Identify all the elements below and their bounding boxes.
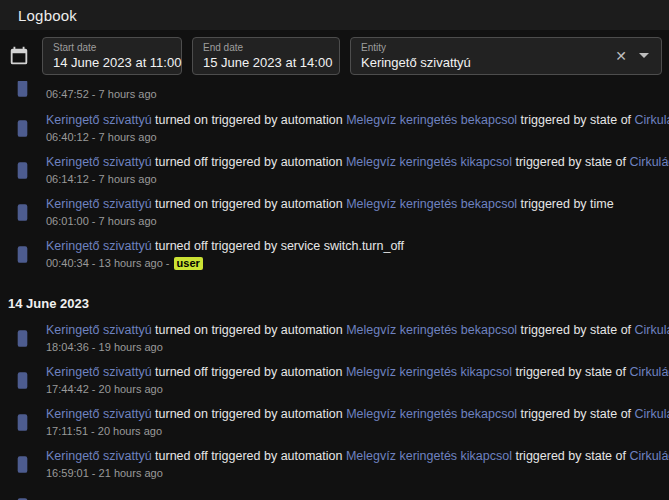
timestamp-text: 06:14:12 - 7 hours ago [46, 173, 157, 185]
entity-link[interactable]: Melegvíz keringetés kikapcsol [346, 449, 512, 463]
timestamp-text: 06:01:00 - 7 hours ago [46, 215, 157, 227]
log-message: Keringető szivattyú turned off triggered… [46, 449, 661, 464]
start-date-field[interactable]: Start date 14 June 2023 at 11:00 [42, 37, 182, 75]
entity-link[interactable]: Cirkulációs hőmérséklet igény [629, 365, 669, 379]
entity-link[interactable]: Keringető szivattyú [46, 155, 152, 169]
entity-link[interactable]: Keringető szivattyú [46, 197, 152, 211]
user-badge: user [174, 257, 203, 270]
message-text: triggered by state of [512, 449, 629, 463]
pump-device-icon [10, 117, 34, 139]
pump-device-icon [10, 243, 34, 265]
pump-device-icon [10, 495, 34, 500]
timestamp-text: 17:11:51 - 20 hours ago [46, 425, 162, 437]
message-text: triggered by state of [512, 155, 629, 169]
entity-link[interactable]: Melegvíz keringetés bekapcsol [346, 113, 517, 127]
message-text: turned on triggered by automation [152, 113, 347, 127]
log-timestamp: 17:11:51 - 20 hours ago [46, 424, 661, 438]
log-entry: Keringető szivattyú turned off triggered… [0, 233, 669, 275]
log-timestamp: 18:04:36 - 19 hours ago [46, 340, 661, 354]
log-message: Keringető szivattyú turned off triggered… [46, 155, 661, 170]
entity-link[interactable]: Melegvíz keringetés bekapcsol [346, 407, 517, 421]
log-entry: 06:47:52 - 7 hours ago [0, 81, 669, 107]
entity-link[interactable]: Cirkulációs hőmérséklet igény [635, 113, 669, 127]
date-header: 14 June 2023 [0, 275, 669, 317]
chevron-down-icon[interactable] [639, 53, 649, 58]
log-timestamp: 00:40:34 - 13 hours ago - user [46, 256, 404, 270]
pump-device-icon [10, 201, 34, 223]
timestamp-text: 00:40:34 - 13 hours ago - [46, 257, 173, 269]
message-text: turned on triggered by automation [152, 323, 347, 337]
end-date-value: 15 June 2023 at 14:00 [203, 55, 329, 70]
log-message: Keringető szivattyú turned off triggered… [46, 365, 661, 380]
log-entry-content: Keringető szivattyú turned on triggered … [46, 407, 661, 438]
message-text: turned off triggered by automation [152, 449, 346, 463]
end-date-label: End date [203, 42, 329, 53]
entity-link[interactable]: Cirkulációs hőmérséklet igény [635, 323, 669, 337]
log-timestamp: 06:01:00 - 7 hours ago [46, 214, 614, 228]
message-text: turned off triggered by automation [152, 365, 346, 379]
log-entry: Keringető szivattyú turned on triggered … [0, 401, 669, 443]
log-entry: Keringető szivattyú turned off triggered… [0, 149, 669, 191]
log-timestamp: 16:59:01 - 21 hours ago [46, 466, 661, 480]
log-message: Keringető szivattyú turned on triggered … [46, 323, 661, 338]
entity-link[interactable]: Cirkulációs hőmérséklet igény [629, 449, 669, 463]
message-text: triggered by time [517, 197, 614, 211]
entity-link[interactable]: Keringető szivattyú [46, 113, 152, 127]
entity-link[interactable]: Keringető szivattyú [46, 323, 152, 337]
entity-label: Entity [361, 42, 611, 53]
log-entry: Keringető szivattyú turned on triggered … [0, 317, 669, 359]
entity-field[interactable]: Entity Keringető szivattyú ✕ [350, 37, 662, 75]
entity-link[interactable]: Cirkulációs hőmérséklet igény [629, 155, 669, 169]
log-message: Keringető szivattyú turned on triggered … [46, 113, 661, 128]
message-text: turned off triggered by automation [152, 155, 346, 169]
log-entry-content: Keringető szivattyú turned on triggered … [46, 113, 661, 144]
log-message: Keringető szivattyú turned off triggered… [46, 239, 404, 254]
end-date-field[interactable]: End date 15 June 2023 at 14:00 [192, 37, 340, 75]
filter-bar: Start date 14 June 2023 at 11:00 End dat… [0, 30, 669, 81]
log-entry-content: Keringető szivattyú turned off triggered… [46, 239, 404, 270]
log-entry-content: Keringető szivattyú turned on triggered … [46, 323, 661, 354]
log-timestamp: 06:14:12 - 7 hours ago [46, 172, 661, 186]
entity-link[interactable]: Melegvíz keringetés kikapcsol [346, 365, 512, 379]
entity-link[interactable]: Keringető szivattyú [46, 407, 152, 421]
entity-link[interactable]: Keringető szivattyú [46, 365, 152, 379]
log-timestamp: 17:44:42 - 20 hours ago [46, 382, 661, 396]
entity-link[interactable]: Cirkulációs hőmérséklet igény [635, 407, 669, 421]
log-entry-content: Keringető szivattyú turned on triggered … [46, 197, 614, 228]
pump-device-icon [10, 327, 34, 349]
entity-link[interactable]: Melegvíz keringetés bekapcsol [346, 323, 517, 337]
calendar-icon[interactable] [6, 43, 32, 69]
pump-device-icon [10, 159, 34, 181]
log-entry: Keringető szivattyú turned on triggered … [0, 107, 669, 149]
entity-link[interactable]: Keringető szivattyú [46, 449, 152, 463]
message-text: triggered by state of [512, 365, 629, 379]
timestamp-text: 17:44:42 - 20 hours ago [46, 383, 163, 395]
entity-link[interactable]: Keringető szivattyú [46, 239, 152, 253]
pump-device-icon [10, 369, 34, 391]
message-text: turned on triggered by automation [152, 407, 347, 421]
start-date-value: 14 June 2023 at 11:00 [53, 55, 171, 70]
log-timestamp: 06:40:12 - 7 hours ago [46, 130, 661, 144]
close-icon[interactable]: ✕ [611, 47, 631, 65]
pump-device-icon [10, 411, 34, 433]
message-text: triggered by state of [517, 323, 634, 337]
start-date-label: Start date [53, 42, 171, 53]
entity-field-text: Entity Keringető szivattyú [361, 42, 611, 70]
log-message: Keringető szivattyú turned on triggered … [46, 197, 614, 212]
app-header: Logbook [0, 0, 669, 30]
log-entry-content: Keringető szivattyú turned off triggered… [46, 155, 661, 186]
message-text: triggered by state of [517, 113, 634, 127]
log-message: Keringető szivattyú turned on triggered … [46, 407, 661, 422]
entity-value: Keringető szivattyú [361, 55, 611, 70]
timestamp-text: 16:59:01 - 21 hours ago [46, 467, 163, 479]
log-timestamp: 06:47:52 - 7 hours ago [46, 87, 157, 101]
entity-link[interactable]: Melegvíz keringetés kikapcsol [346, 155, 512, 169]
timestamp-text: 06:47:52 - 7 hours ago [46, 88, 157, 100]
message-text: triggered by state of [517, 407, 634, 421]
log-entry: Keringető szivattyú turned on triggered … [0, 191, 669, 233]
message-text: turned on triggered by automation [152, 197, 347, 211]
log-entry-content: 06:47:52 - 7 hours ago [46, 85, 157, 101]
log-entry: Keringető szivattyú turned off triggered… [0, 443, 669, 485]
entity-link[interactable]: Melegvíz keringetés bekapcsol [346, 197, 517, 211]
log-entry-content: Keringető szivattyú turned off triggered… [46, 365, 661, 396]
